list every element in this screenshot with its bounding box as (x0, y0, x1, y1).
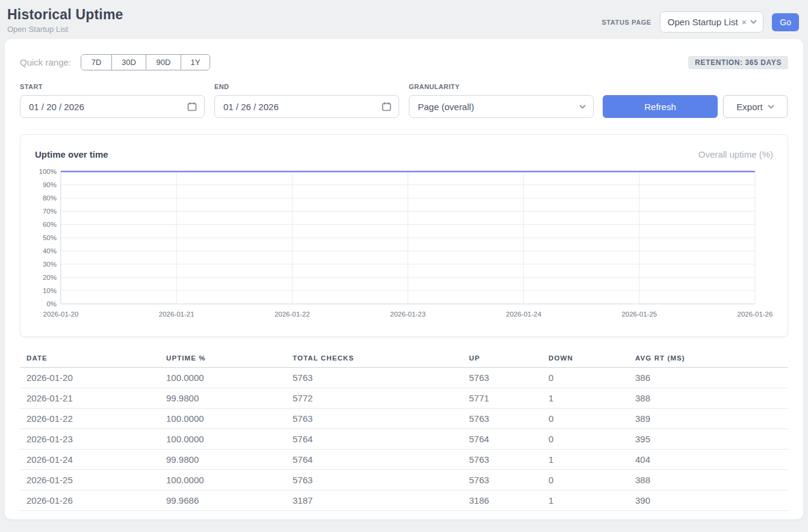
column-header-up: UP (469, 351, 549, 368)
column-header-down: DOWN (549, 351, 635, 368)
quick-range-30d-button[interactable]: 30D (111, 55, 146, 70)
clear-selection-icon[interactable]: × (742, 17, 747, 27)
end-date-input[interactable]: 01 / 26 / 2026 (214, 95, 399, 118)
table-cell: 5763 (469, 368, 549, 388)
quick-range-group: 7D 30D 90D 1Y (81, 54, 210, 70)
granularity-field: GRANULARITY Page (overall) (409, 83, 594, 118)
table-cell: 388 (635, 388, 788, 409)
svg-text:100%: 100% (39, 168, 57, 175)
column-header-date: DATE (20, 351, 166, 368)
table-cell: 390 (635, 490, 788, 511)
table-row: 2026-01-2499.9800576457631404 (20, 450, 788, 470)
table-cell: 395 (635, 429, 788, 450)
svg-text:2026-01-21: 2026-01-21 (159, 311, 194, 318)
page-title: Historical Uptime (7, 7, 123, 23)
quick-range-1y-button[interactable]: 1Y (181, 55, 210, 70)
start-date-field: START 01 / 20 / 2026 (20, 83, 205, 118)
quick-range-90d-button[interactable]: 90D (146, 55, 181, 70)
quick-range-label: Quick range: (20, 57, 71, 67)
end-date-field: END 01 / 26 / 2026 (214, 83, 399, 118)
table-cell: 0 (549, 470, 635, 490)
table-cell: 99.9686 (166, 490, 293, 511)
table-cell: 0 (549, 409, 635, 429)
table-cell: 5764 (293, 429, 469, 450)
table-cell: 3186 (469, 490, 549, 511)
svg-text:2026-01-25: 2026-01-25 (621, 311, 657, 318)
table-cell: 5763 (469, 450, 549, 470)
svg-text:0%: 0% (46, 300, 57, 308)
chevron-down-icon (579, 105, 586, 109)
refresh-button[interactable]: Refresh (603, 95, 718, 118)
table-cell: 2026-01-20 (20, 368, 166, 388)
top-header: Historical Uptime Open Startup List STAT… (0, 0, 808, 34)
status-page-controls: STATUS PAGE Open Startup List × Go (601, 11, 799, 32)
svg-text:30%: 30% (43, 261, 57, 268)
table-cell: 5763 (293, 368, 469, 388)
calendar-icon[interactable] (187, 102, 197, 111)
table-cell: 0 (549, 429, 635, 450)
quick-range-row: Quick range: 7D 30D 90D 1Y RETENTION: 36… (20, 54, 788, 70)
table-cell: 5764 (469, 429, 549, 450)
table-cell: 2026-01-23 (20, 429, 166, 450)
status-page-select[interactable]: Open Startup List × (660, 11, 764, 32)
svg-text:80%: 80% (43, 194, 57, 202)
svg-text:90%: 90% (43, 181, 57, 188)
svg-text:2026-01-22: 2026-01-22 (275, 311, 310, 318)
svg-text:50%: 50% (43, 234, 57, 241)
table-cell: 5763 (469, 470, 549, 490)
svg-text:2026-01-26: 2026-01-26 (738, 311, 773, 318)
end-label: END (214, 83, 399, 90)
uptime-chart-card: Uptime over time Overall uptime (%) 0%10… (20, 134, 788, 337)
uptime-line-chart: 0%10%20%30%40%50%60%70%80%90%100%2026-01… (35, 165, 773, 326)
table-cell: 1 (549, 490, 635, 511)
table-cell: 99.9800 (166, 450, 293, 470)
calendar-icon[interactable] (382, 102, 391, 111)
page-subtitle: Open Startup List (7, 25, 123, 34)
chevron-down-icon (768, 105, 774, 109)
column-header-uptime: UPTIME % (166, 351, 293, 368)
table-cell: 2026-01-22 (20, 409, 166, 429)
table-cell: 0 (549, 368, 635, 388)
start-date-input[interactable]: 01 / 20 / 2026 (20, 95, 205, 118)
status-page-selected-value: Open Startup List (668, 17, 738, 27)
table-cell: 388 (635, 470, 788, 490)
svg-text:60%: 60% (43, 221, 57, 228)
uptime-table-body: 2026-01-20100.00005763576303862026-01-21… (20, 368, 788, 511)
granularity-select[interactable]: Page (overall) (409, 95, 594, 118)
main-panel: Quick range: 7D 30D 90D 1Y RETENTION: 36… (5, 39, 803, 519)
quick-range-7d-button[interactable]: 7D (81, 55, 111, 70)
table-header-row: DATE UPTIME % TOTAL CHECKS UP DOWN AVG R… (20, 351, 788, 368)
svg-text:20%: 20% (43, 274, 57, 281)
table-row: 2026-01-20100.0000576357630386 (20, 368, 788, 388)
svg-text:2026-01-20: 2026-01-20 (43, 311, 79, 318)
granularity-selected-value: Page (overall) (418, 102, 474, 112)
chart-legend: Overall uptime (%) (698, 149, 773, 159)
table-cell: 100.0000 (166, 368, 293, 388)
table-row: 2026-01-23100.0000576457640395 (20, 429, 788, 450)
status-page-label: STATUS PAGE (601, 19, 651, 26)
table-cell: 2026-01-25 (20, 470, 166, 490)
table-cell: 5772 (293, 388, 469, 409)
table-row: 2026-01-2699.9686318731861390 (20, 490, 788, 511)
retention-badge: RETENTION: 365 DAYS (688, 56, 788, 69)
svg-text:40%: 40% (43, 247, 57, 255)
table-cell: 5763 (469, 409, 549, 429)
export-button[interactable]: Export (723, 95, 788, 118)
end-date-value: 01 / 26 / 2026 (223, 102, 279, 112)
table-cell: 1 (549, 388, 635, 409)
table-cell: 5763 (293, 470, 469, 490)
table-cell: 5764 (293, 450, 469, 470)
chart-title: Uptime over time (35, 149, 108, 159)
table-row: 2026-01-25100.0000576357630388 (20, 470, 788, 490)
table-cell: 2026-01-26 (20, 490, 166, 511)
go-button[interactable]: Go (772, 13, 799, 31)
filter-form-row: START 01 / 20 / 2026 END 01 / 26 / 2026 (20, 83, 788, 118)
table-cell: 1 (549, 450, 635, 470)
export-button-label: Export (736, 102, 762, 112)
start-label: START (20, 83, 205, 90)
column-header-total-checks: TOTAL CHECKS (293, 351, 469, 368)
title-block: Historical Uptime Open Startup List (7, 7, 123, 34)
granularity-label: GRANULARITY (409, 83, 594, 90)
table-cell: 100.0000 (166, 409, 293, 429)
uptime-table: DATE UPTIME % TOTAL CHECKS UP DOWN AVG R… (20, 351, 788, 511)
